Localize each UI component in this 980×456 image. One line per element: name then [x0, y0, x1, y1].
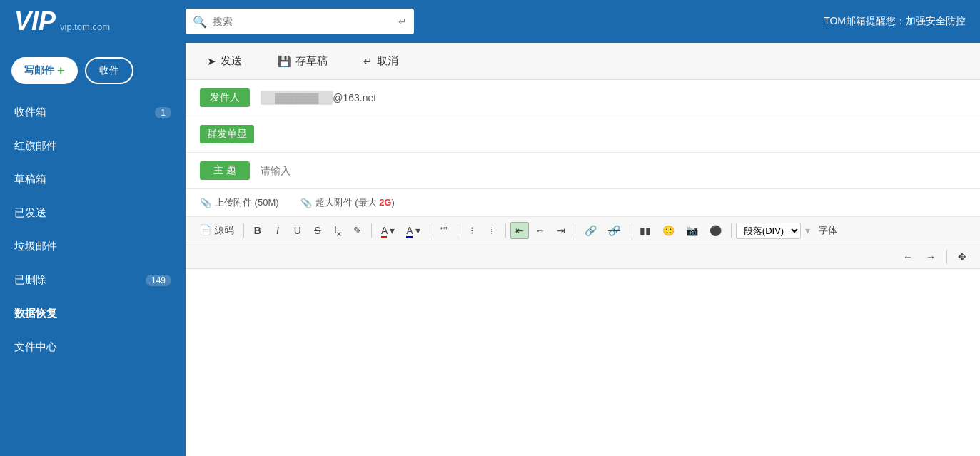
clear-format-button[interactable]: ✎	[348, 222, 367, 239]
emoji-button[interactable]: 🙂	[657, 222, 680, 239]
divider-3	[430, 223, 430, 238]
main-content: ➤ 发送 💾 存草稿 ↵ 取消 发件人 ▓▓▓▓▓▓@163.net	[186, 43, 980, 456]
editor-body[interactable]	[186, 269, 980, 456]
save-draft-label: 存草稿	[295, 54, 328, 68]
unlink-button[interactable]: 🔗	[603, 222, 625, 239]
redo-button[interactable]: →	[921, 248, 941, 265]
save-draft-button[interactable]: 💾 存草稿	[271, 50, 335, 72]
cancel-label: 取消	[377, 54, 398, 68]
ordered-list-button[interactable]: ⁞	[483, 222, 501, 239]
image-button[interactable]: 📷	[681, 222, 703, 239]
sidebar-item-spam-label: 垃圾邮件	[14, 240, 57, 253]
bold-button[interactable]: B	[248, 222, 267, 239]
underline-button[interactable]: U	[288, 222, 307, 239]
from-email-masked: ▓▓▓▓▓▓	[261, 91, 333, 105]
divider-8	[731, 223, 732, 238]
upload-attachment-label: 上传附件 (50M)	[215, 196, 279, 209]
send-button[interactable]: ➤ 发送	[200, 50, 249, 72]
sidebar-item-spam[interactable]: 垃圾邮件	[0, 230, 186, 263]
divider-1	[243, 223, 244, 238]
sidebar-item-data-recovery-label: 数据恢复	[14, 307, 57, 320]
paperclip-icon: 📎	[200, 198, 211, 208]
layout: 写邮件 + 收件 收件箱 1 红旗邮件 草稿箱 已发送 垃圾邮件 已删除 149	[0, 43, 980, 456]
undo-button[interactable]: ←	[898, 248, 918, 265]
compose-toolbar: ➤ 发送 💾 存草稿 ↵ 取消	[186, 43, 980, 80]
sidebar-item-inbox-badge: 1	[155, 107, 171, 118]
from-value: ▓▓▓▓▓▓@163.net	[261, 92, 376, 103]
plus-icon: +	[57, 64, 65, 78]
source-button[interactable]: 📄 源码	[194, 221, 239, 240]
table-button[interactable]: ▮▮	[635, 222, 656, 239]
divider-r2	[946, 250, 947, 264]
sidebar-item-sent-label: 已发送	[14, 206, 46, 220]
write-email-button[interactable]: 写邮件 +	[11, 57, 78, 84]
source-icon: 📄	[199, 224, 211, 235]
font-color-button[interactable]: A ▾	[376, 222, 400, 239]
attachment-row: 📎 上传附件 (50M) 📎 超大附件 (最大 2G)	[186, 189, 980, 217]
strikethrough-button[interactable]: S	[308, 222, 327, 239]
fullscreen-button[interactable]: ✥	[953, 248, 971, 265]
from-row: 发件人 ▓▓▓▓▓▓@163.net	[186, 80, 980, 116]
enter-icon: ↵	[398, 16, 407, 27]
editor-toolbar: 📄 源码 B I U S Ix ✎ A ▾ A ▾ “” ⁝ ⁞ ⇤	[186, 217, 980, 245]
logo-area: VIP vip.tom.com	[14, 9, 171, 34]
inbox-button[interactable]: 收件	[85, 57, 133, 84]
align-left-button[interactable]: ⇤	[510, 222, 529, 239]
sidebar-item-sent[interactable]: 已发送	[0, 196, 186, 230]
sidebar-item-redflag[interactable]: 红旗邮件	[0, 129, 186, 163]
send-icon: ➤	[207, 55, 216, 68]
sidebar-item-drafts[interactable]: 草稿箱	[0, 163, 186, 196]
write-email-label: 写邮件	[24, 64, 54, 77]
select-divider: ▾	[805, 225, 810, 236]
align-center-button[interactable]: ↔	[530, 222, 550, 239]
header-notice: TOM邮箱提醒您：加强安全防控	[824, 15, 966, 28]
sidebar: 写邮件 + 收件 收件箱 1 红旗邮件 草稿箱 已发送 垃圾邮件 已删除 149	[0, 43, 186, 456]
sidebar-item-deleted[interactable]: 已删除 149	[0, 263, 186, 297]
sidebar-item-drafts-label: 草稿箱	[14, 173, 46, 186]
send-label: 发送	[221, 54, 242, 68]
cancel-button[interactable]: ↵ 取消	[356, 50, 405, 72]
from-label: 发件人	[200, 88, 250, 107]
upload-attachment-button[interactable]: 📎 上传附件 (50M)	[200, 196, 279, 209]
search-input[interactable]	[213, 16, 393, 27]
sidebar-item-deleted-label: 已删除	[14, 273, 46, 287]
compose-form: 发件人 ▓▓▓▓▓▓@163.net 群发单显 主 题 📎 上传附件 (50M)	[186, 80, 980, 456]
unordered-list-button[interactable]: ⁝	[463, 222, 481, 239]
sidebar-item-redflag-label: 红旗邮件	[14, 139, 57, 153]
link-button[interactable]: 🔗	[580, 222, 602, 239]
subject-label: 主 题	[200, 161, 250, 180]
quote-button[interactable]: “”	[435, 222, 453, 239]
group-send-row[interactable]: 群发单显	[186, 116, 980, 153]
save-draft-icon: 💾	[278, 55, 291, 68]
divider-2	[371, 223, 372, 238]
divider-4	[458, 223, 458, 238]
sidebar-item-inbox-label: 收件箱	[14, 106, 46, 119]
special-char-button[interactable]: ⚫	[704, 222, 727, 239]
subject-input[interactable]	[261, 165, 966, 176]
align-right-button[interactable]: ⇥	[552, 222, 570, 239]
logo-vip: VIP	[14, 9, 56, 34]
sidebar-item-inbox[interactable]: 收件箱 1	[0, 96, 186, 129]
source-label: 源码	[214, 224, 234, 235]
highlight-color-button[interactable]: A ▾	[401, 222, 425, 239]
search-icon: 🔍	[193, 15, 207, 29]
sidebar-item-data-recovery[interactable]: 数据恢复	[0, 297, 186, 330]
italic-button[interactable]: I	[268, 222, 287, 239]
divider-5	[505, 223, 506, 238]
header: VIP vip.tom.com 🔍 ↵ TOM邮箱提醒您：加强安全防控	[0, 0, 980, 43]
large-attachment-button[interactable]: 📎 超大附件 (最大 2G)	[300, 196, 395, 209]
sidebar-item-deleted-badge: 149	[146, 275, 171, 286]
large-attachment-label: 超大附件 (最大 2G)	[315, 196, 395, 209]
subject-row: 主 题	[186, 153, 980, 189]
editor-toolbar-row2: ← → ✥	[186, 245, 980, 269]
inbox-label: 收件	[99, 64, 119, 76]
group-send-label: 群发单显	[200, 125, 254, 143]
cancel-icon: ↵	[363, 55, 373, 68]
paragraph-select[interactable]: 段落(DIV)	[736, 223, 801, 239]
paperclip-large-icon: 📎	[300, 198, 312, 208]
sidebar-actions: 写邮件 + 收件	[0, 50, 186, 96]
subscript-button[interactable]: Ix	[328, 221, 347, 240]
sidebar-item-file-center[interactable]: 文件中心	[0, 330, 186, 364]
search-bar[interactable]: 🔍 ↵	[186, 9, 414, 34]
logo-domain: vip.tom.com	[60, 21, 110, 32]
